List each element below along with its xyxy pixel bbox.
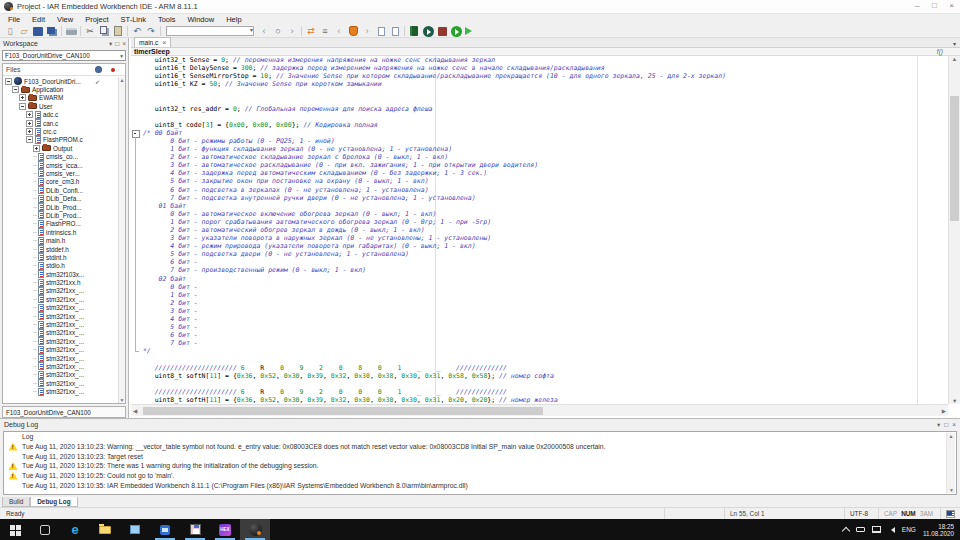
iar-workbench-icon[interactable] [240, 519, 270, 540]
menu-edit[interactable]: Edit [26, 15, 51, 24]
tree-item-dlib-prod[interactable]: DLib_Prod... [3, 203, 118, 211]
log-message[interactable]: Tue Aug 11, 2020 13:10:25: There was 1 w… [4, 461, 956, 471]
code-line[interactable]: 2 бит - автоматическое складывание зерка… [131, 153, 948, 161]
code-line[interactable]: 7 бит - производственный режим (0 - выкл… [131, 266, 948, 274]
log-message[interactable]: Tue Aug 11, 2020 13:10:23: Target reset [4, 451, 956, 461]
code-line[interactable]: 7 бит - подсветка внутренней ручки двери… [131, 194, 948, 202]
tree-item-stm32f1xx[interactable]: stm32f1xx_... [3, 387, 118, 395]
code-line[interactable]: 1 бит - функция складывания зеркал (0 - … [131, 145, 948, 153]
fold-collapse-icon[interactable] [131, 129, 139, 137]
debug-log-content[interactable]: Log Tue Aug 11, 2020 13:10:23: Warning: … [3, 431, 957, 495]
keyboard-flag-icon[interactable] [946, 510, 955, 518]
code-line[interactable]: 6 бит - [131, 258, 948, 266]
tree-item-f103-doorunitdri[interactable]: F103_DoorUnitDri...✓ [3, 77, 118, 85]
goto-icon[interactable]: ⇄ [304, 25, 318, 37]
menu-help[interactable]: Help [220, 15, 247, 24]
expand-icon[interactable] [19, 94, 26, 101]
debug-log-scrollbar[interactable]: ▲▼ [946, 433, 955, 493]
menu-project[interactable]: Project [79, 15, 114, 24]
menu-st-link[interactable]: ST-Link [115, 15, 152, 24]
editor-vertical-scrollbar[interactable]: ▲▼ [948, 56, 960, 404]
tree-item-adc-c[interactable]: adc.c [3, 111, 118, 119]
code-view[interactable]: uint32_t Sense = 0; // переменная измере… [131, 56, 948, 404]
configuration-dropdown[interactable]: F103_DoorUnitDrive_CAN100 ▾ [2, 50, 126, 61]
code-line[interactable]: uint16_t SenseMirrorStop = 10; // Значен… [131, 72, 948, 80]
workspace-title-bar[interactable]: Workspace ▾ □ × [0, 38, 129, 49]
expand-icon[interactable] [33, 145, 40, 152]
code-line[interactable]: 5 бит - [131, 323, 948, 331]
output-tab-debug-log[interactable]: Debug Log [30, 497, 77, 507]
debug-log-title-bar[interactable]: Debug Log ▾ □ × [0, 419, 960, 430]
code-line[interactable] [131, 88, 948, 96]
tree-item-stm32f103x[interactable]: stm32f103x... [3, 270, 118, 278]
tree-item-stm32f1xx[interactable]: stm32f1xx_... [3, 287, 118, 295]
volume-icon[interactable] [888, 527, 895, 533]
battery-icon[interactable] [856, 527, 865, 532]
tree-item-stm32f1xx[interactable]: stm32f1xx_... [3, 371, 118, 379]
code-line[interactable]: 1 бит - порог срабатывания автоматическо… [131, 218, 948, 226]
prev-document-icon[interactable] [374, 25, 388, 37]
tree-item-stm32f1xx[interactable]: stm32f1xx_... [3, 312, 118, 320]
tree-item-flashprom-c[interactable]: FlashPROM.c [3, 136, 118, 144]
tree-item-dlib-defa[interactable]: DLib_Defa... [3, 194, 118, 202]
tree-item-user[interactable]: User [3, 102, 118, 110]
code-line[interactable]: uint16_t KZ = 50; // Значение Sense при … [131, 80, 948, 88]
code-line[interactable]: 3 бит - автоматическое раскладывание (0 … [131, 161, 948, 169]
menu-window[interactable]: Window [181, 15, 220, 24]
menu-tools[interactable]: Tools [152, 15, 182, 24]
make-icon[interactable] [407, 25, 421, 37]
tree-item-stdint-h[interactable]: stdint.h [3, 253, 118, 261]
dock-menu-icon[interactable]: ▾ [937, 421, 940, 429]
new-file-icon[interactable]: ▯ [3, 25, 17, 37]
log-message[interactable]: Tue Aug 11, 2020 13:10:35: IAR Embedded … [4, 480, 956, 490]
dock-menu-icon[interactable]: ▾ [109, 40, 112, 48]
prev-bookmark-icon[interactable]: ‹ [332, 25, 346, 37]
blue-app-icon[interactable] [150, 519, 180, 540]
tab-list-icon[interactable]: ▾ [953, 40, 956, 47]
code-line[interactable]: 01 байт [131, 202, 948, 210]
tree-item-stm32f1xx[interactable]: stm32f1xx_... [3, 295, 118, 303]
code-line[interactable] [131, 113, 948, 121]
paste-icon[interactable] [111, 25, 125, 37]
tree-item-output[interactable]: Output [3, 144, 118, 152]
network-icon[interactable] [872, 526, 881, 533]
taskbar-clock[interactable]: 18:25 11.08.2020 [923, 523, 954, 537]
function-list-button[interactable]: f() [937, 48, 943, 55]
code-line[interactable]: 4 бит - задержка перед автоматическим ск… [131, 169, 948, 177]
code-line[interactable]: 6 бит - подсветка в зеркалах (0 - не уст… [131, 186, 948, 194]
close-panel-icon[interactable]: × [122, 40, 126, 48]
copy-icon[interactable] [97, 25, 111, 37]
code-line[interactable] [131, 96, 948, 104]
chevron-down-icon[interactable]: ▾ [250, 26, 253, 33]
tree-item-stm32f1xx[interactable]: stm32f1xx_... [3, 379, 118, 387]
tree-item-flashpro[interactable]: FlashPRO... [3, 220, 118, 228]
tree-item-stddef-h[interactable]: stddef.h [3, 245, 118, 253]
code-line[interactable]: uint8_t code[3] = {0x00, 0x00, 0x00}; //… [131, 121, 948, 129]
code-line[interactable]: uint32_t res_addr = 0; // Глобальная пер… [131, 105, 948, 113]
redo-icon[interactable]: ↷ [144, 25, 158, 37]
open-file-icon[interactable]: ▱ [17, 25, 31, 37]
stlink-shield-icon[interactable] [346, 25, 360, 37]
tree-item-stm32f1xx[interactable]: stm32f1xx_... [3, 304, 118, 312]
log-message[interactable]: Tue Aug 11, 2020 13:10:25: Could not go … [4, 471, 956, 481]
code-line[interactable]: 4 бит - [131, 315, 948, 323]
tree-scrollbar[interactable]: ▲▼ [118, 77, 125, 403]
cut-icon[interactable]: ✂ [83, 25, 97, 37]
collapse-icon[interactable] [12, 86, 19, 93]
expand-icon[interactable] [26, 111, 33, 118]
print-icon[interactable] [64, 25, 78, 37]
tree-item-stm32f1xx[interactable]: stm32f1xx_... [3, 362, 118, 370]
code-line[interactable]: 0 бит - режимы работы (0 - PQ25; 1 - ино… [131, 137, 948, 145]
stop-build-icon[interactable] [435, 25, 449, 37]
save-all-icon[interactable] [45, 25, 59, 37]
tree-item-cmsis-ver[interactable]: cmsis_ver... [3, 169, 118, 177]
code-line[interactable]: 5 бит - закрытие окон при постановке на … [131, 177, 948, 185]
tree-item-dlib-confi[interactable]: DLib_Confi... [3, 186, 118, 194]
code-line[interactable]: 2 бит - [131, 299, 948, 307]
code-line[interactable]: uint8_t softN[11] = {0x36, 0x52, 0x30, 0… [131, 372, 948, 380]
language-indicator[interactable]: ENG [902, 526, 916, 533]
code-line[interactable]: 5 бит - подсветка двери (0 - не установл… [131, 250, 948, 258]
tree-item-cmsis-icca[interactable]: cmsis_icca... [3, 161, 118, 169]
code-line[interactable]: 1 бит - [131, 291, 948, 299]
code-line[interactable]: 0 бит - [131, 283, 948, 291]
